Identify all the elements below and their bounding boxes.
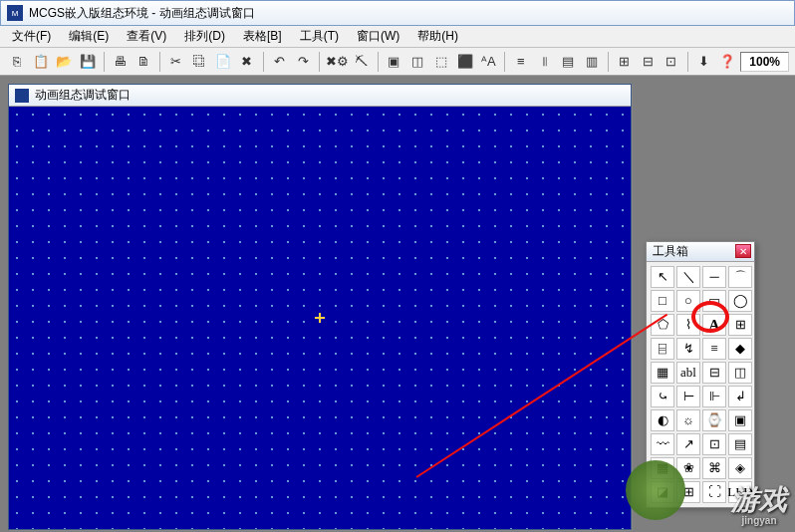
child-window[interactable]: 动画组态调试窗口 xyxy=(8,84,632,530)
tool-paste-icon[interactable]: 📋 xyxy=(30,51,52,73)
tool-help-icon[interactable]: ❓ xyxy=(716,51,738,73)
toolbox-vscale-icon[interactable]: ⊩ xyxy=(702,386,726,407)
toolbox-list-icon[interactable]: ≡ xyxy=(702,338,726,360)
toolbox-rect-icon[interactable]: □ xyxy=(651,290,674,312)
tool-grid2-icon[interactable]: ⊟ xyxy=(637,51,659,73)
toolbox-group-icon[interactable]: ⊞ xyxy=(676,481,700,503)
toolbox-rotate-icon[interactable]: ⤿ xyxy=(651,386,674,407)
tool-cut-icon[interactable]: ✂ xyxy=(165,51,187,73)
window-title: MCGS嵌入版组态环境 - 动画组态调试窗口 xyxy=(29,5,255,22)
toolbox-component-icon[interactable]: ⌘ xyxy=(702,457,726,479)
tool-font-icon[interactable]: ᴬA xyxy=(477,51,499,73)
tool-grid1-icon[interactable]: ⊞ xyxy=(614,51,636,73)
menu-view[interactable]: 查看(V) xyxy=(119,26,174,47)
menu-help[interactable]: 帮助(H) xyxy=(409,26,466,47)
toolbox-window-icon[interactable]: ⛶ xyxy=(702,481,726,503)
app-icon: M xyxy=(7,5,23,21)
tool-undo-icon[interactable]: ↶ xyxy=(269,51,291,73)
toolbox-picture-icon[interactable]: ⌸ xyxy=(651,338,674,360)
separator xyxy=(263,52,264,72)
zoom-display[interactable]: 100% xyxy=(740,52,789,72)
separator xyxy=(687,52,688,72)
toolbox-slider-icon[interactable]: ⊟ xyxy=(702,362,726,384)
toolbox-input-icon[interactable]: abl xyxy=(676,362,700,384)
child-window-icon xyxy=(15,89,29,103)
toolbox-shape-icon[interactable]: ◈ xyxy=(728,457,752,479)
toolbox-led-icon[interactable]: LED xyxy=(728,481,752,503)
toolbox-polygon-icon[interactable]: ⬠ xyxy=(651,314,674,336)
separator xyxy=(104,52,105,72)
toolbox-ellipse-icon[interactable]: ◯ xyxy=(728,290,752,312)
toolbox-image-icon[interactable]: ◪ xyxy=(651,481,674,503)
tool-run-icon[interactable]: ⬇ xyxy=(693,51,715,73)
tool-ungroup-icon[interactable]: ◫ xyxy=(406,51,428,73)
tool-align2-icon[interactable]: ⫴ xyxy=(534,51,556,73)
tool-copy-icon[interactable]: ⎘ xyxy=(6,51,28,73)
tool-paste2-icon[interactable]: 📄 xyxy=(212,51,234,73)
toolbox-poly-line-icon[interactable]: ↯ xyxy=(676,338,700,360)
separator xyxy=(319,52,320,72)
child-window-title: 动画组态调试窗口 xyxy=(35,87,131,104)
separator xyxy=(608,52,609,72)
toolbox-titlebar[interactable]: 工具箱 ✕ xyxy=(647,242,754,262)
toolbox-diamond-icon[interactable]: ◆ xyxy=(728,338,752,360)
tool-preview-icon[interactable]: 🗎 xyxy=(132,51,154,73)
toolbox-flower-icon[interactable]: ❀ xyxy=(676,457,700,479)
separator xyxy=(159,52,160,72)
toolbox-fill-icon[interactable]: ▦ xyxy=(651,362,674,384)
toolbox-grid-icon[interactable]: ▦ xyxy=(651,457,674,479)
separator xyxy=(504,52,505,72)
toolbox-text-icon[interactable]: A xyxy=(702,314,726,336)
toolbox-clock-icon[interactable]: ⌚ xyxy=(702,409,726,431)
toolbox-hline-icon[interactable]: ─ xyxy=(702,266,726,288)
toolbox-box-icon[interactable]: ⊡ xyxy=(702,433,726,455)
toolbox-curve-icon[interactable]: ⌇ xyxy=(676,314,700,336)
menu-file[interactable]: 文件(F) xyxy=(4,26,59,47)
tool-copy2-icon[interactable]: ⿻ xyxy=(189,51,211,73)
toolbox-trend-icon[interactable]: 〰 xyxy=(651,433,674,455)
toolbox-panel-icon[interactable]: ◫ xyxy=(728,362,752,384)
toolbox-light-icon[interactable]: ☼ xyxy=(676,409,700,431)
toolbox-arc-icon[interactable]: ⌒ xyxy=(728,266,752,288)
separator xyxy=(378,52,379,72)
toolbox-rounded-rect-icon[interactable]: ▭ xyxy=(702,290,726,312)
tool-align1-icon[interactable]: ≡ xyxy=(510,51,532,73)
toolbox-pattern-icon[interactable]: ▤ xyxy=(728,433,752,455)
design-canvas[interactable] xyxy=(9,107,631,529)
tool-save-icon[interactable]: 💾 xyxy=(77,51,99,73)
tool-align3-icon[interactable]: ▤ xyxy=(557,51,579,73)
menu-bar: 文件(F) 编辑(E) 查看(V) 排列(D) 表格[B] 工具(T) 窗口(W… xyxy=(0,26,795,48)
tool-delete-icon[interactable]: ✖ xyxy=(236,51,258,73)
tool-back-icon[interactable]: ⬛ xyxy=(454,51,476,73)
child-window-titlebar[interactable]: 动画组态调试窗口 xyxy=(9,85,631,107)
menu-table[interactable]: 表格[B] xyxy=(235,26,290,47)
tool-group-icon[interactable]: ▣ xyxy=(384,51,405,73)
tool-compile-icon[interactable]: ⛏ xyxy=(351,51,373,73)
menu-window[interactable]: 窗口(W) xyxy=(349,26,407,47)
toolbox-title: 工具箱 xyxy=(653,243,688,260)
toolbox-pointer-icon[interactable]: ↖ xyxy=(651,266,674,288)
tool-print-icon[interactable]: 🖶 xyxy=(110,51,132,73)
toolbox-hscale-icon[interactable]: ⊢ xyxy=(676,386,700,407)
toolbox-palette[interactable]: 工具箱 ✕ ↖＼─⌒□○▭◯⬠⌇A⊞⌸↯≡◆▦abl⊟◫⤿⊢⊩↲◐☼⌚▣〰↗⊡▤… xyxy=(646,241,755,508)
toolbox-circle-icon[interactable]: ○ xyxy=(676,290,700,312)
tool-settings-icon[interactable]: ✖⚙ xyxy=(325,51,349,73)
toolbox-arrow-icon[interactable]: ↗ xyxy=(676,433,700,455)
canvas-center-crosshair-icon xyxy=(315,313,325,323)
tool-align4-icon[interactable]: ▥ xyxy=(581,51,603,73)
toolbox-table-icon[interactable]: ⊞ xyxy=(728,314,752,336)
toolbox-return-icon[interactable]: ↲ xyxy=(728,386,752,407)
main-toolbar: ⎘ 📋 📂 💾 🖶 🗎 ✂ ⿻ 📄 ✖ ↶ ↷ ✖⚙ ⛏ ▣ ◫ ⬚ ⬛ ᴬA … xyxy=(0,48,795,76)
tool-open-icon[interactable]: 📂 xyxy=(53,51,75,73)
menu-arrange[interactable]: 排列(D) xyxy=(176,26,233,47)
toolbox-frame-icon[interactable]: ▣ xyxy=(728,409,752,431)
tool-redo-icon[interactable]: ↷ xyxy=(292,51,314,73)
toolbox-close-icon[interactable]: ✕ xyxy=(735,244,751,258)
menu-edit[interactable]: 编辑(E) xyxy=(61,26,117,47)
toolbox-pie-icon[interactable]: ◐ xyxy=(651,409,674,431)
tool-front-icon[interactable]: ⬚ xyxy=(430,51,452,73)
toolbox-grid: ↖＼─⌒□○▭◯⬠⌇A⊞⌸↯≡◆▦abl⊟◫⤿⊢⊩↲◐☼⌚▣〰↗⊡▤▦❀⌘◈◪⊞… xyxy=(647,262,754,507)
menu-tool[interactable]: 工具(T) xyxy=(292,26,347,47)
toolbox-line-icon[interactable]: ＼ xyxy=(676,266,700,288)
tool-grid3-icon[interactable]: ⊡ xyxy=(661,51,682,73)
